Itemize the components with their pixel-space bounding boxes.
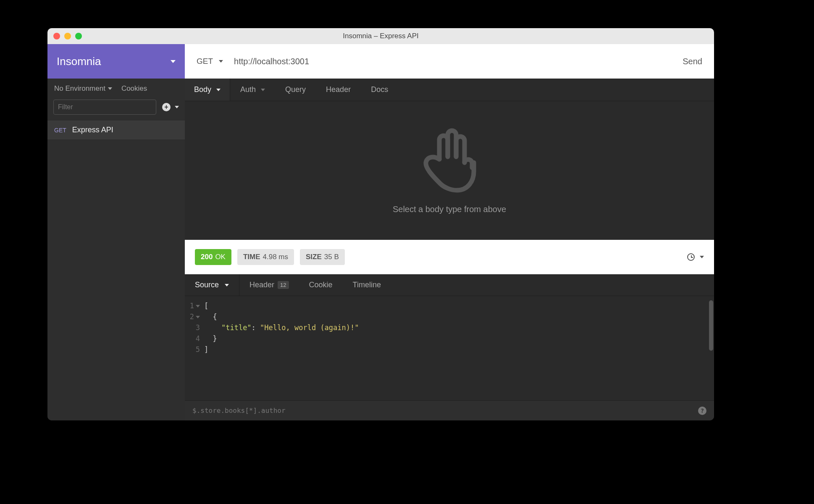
request-method-label: GET [54, 127, 66, 134]
header-count-badge: 12 [278, 281, 289, 289]
cookies-button[interactable]: Cookies [121, 84, 147, 93]
request-name-label: Express API [72, 126, 113, 134]
environment-label: No Environment [54, 84, 105, 93]
send-button[interactable]: Send [683, 57, 702, 66]
fold-icon[interactable] [196, 305, 200, 307]
window-maximize-button[interactable] [75, 33, 82, 39]
request-item[interactable]: GET Express API [47, 121, 185, 139]
status-code: 200 [201, 253, 213, 261]
tab-label: Cookie [309, 281, 333, 289]
app-window: Insomnia – Express API Insomnia No Envir… [47, 28, 714, 420]
response-body-viewer[interactable]: 1 2 3 4 5 [ { "title": "Hello, world (ag… [185, 296, 714, 400]
tab-label: Docs [371, 85, 388, 94]
tab-label: Timeline [353, 281, 381, 289]
url-bar: GET Send [185, 44, 714, 79]
response-history-dropdown[interactable] [687, 253, 704, 261]
body-empty-text: Select a body type from above [393, 205, 506, 214]
tab-body[interactable]: Body [185, 79, 230, 101]
time-value: 4.98 ms [263, 253, 288, 261]
tab-timeline[interactable]: Timeline [343, 274, 391, 296]
scrollbar-thumb[interactable] [709, 300, 713, 351]
tab-label: Source [195, 281, 219, 289]
workspace-dropdown[interactable]: Insomnia [47, 44, 185, 79]
tab-label: Header [249, 281, 274, 289]
filter-input[interactable] [53, 100, 156, 115]
traffic-lights [53, 33, 82, 39]
hand-icon [420, 127, 479, 194]
fold-icon[interactable] [196, 316, 200, 318]
caret-down-icon [171, 60, 176, 63]
caret-down-icon [216, 89, 221, 91]
clock-icon [687, 253, 695, 261]
tab-auth[interactable]: Auth [230, 79, 275, 101]
titlebar: Insomnia – Express API [47, 28, 714, 44]
filter-row: + [47, 97, 185, 121]
status-badge: 200 OK [195, 249, 231, 265]
url-input[interactable] [234, 57, 672, 66]
tab-response-header[interactable]: Header 12 [239, 274, 299, 296]
caret-down-icon [261, 89, 265, 91]
code-lines: [ { "title": "Hello, world (again)!" } ] [204, 300, 714, 400]
body-empty-state: Select a body type from above [185, 101, 714, 240]
caret-down-icon [700, 256, 704, 258]
main-pane: GET Send Body Auth Query [185, 44, 714, 420]
caret-down-icon [108, 87, 112, 90]
sidebar: Insomnia No Environment Cookies + GET [47, 44, 185, 420]
content-area: Insomnia No Environment Cookies + GET [47, 44, 714, 420]
add-request-button[interactable]: + [162, 103, 179, 111]
caret-down-icon [219, 60, 223, 63]
time-badge: TIME 4.98 ms [237, 249, 294, 265]
window-title: Insomnia – Express API [47, 32, 714, 40]
workspace-name: Insomnia [57, 55, 101, 68]
request-tabs: Body Auth Query Header Docs [185, 79, 714, 101]
jsonpath-placeholder: $.store.books[*].author [192, 407, 286, 415]
environment-row: No Environment Cookies [47, 79, 185, 97]
tab-query[interactable]: Query [275, 79, 316, 101]
size-label: SIZE [306, 253, 322, 261]
tab-docs[interactable]: Docs [361, 79, 398, 101]
jsonpath-filter-bar[interactable]: $.store.books[*].author ? [185, 400, 714, 420]
time-label: TIME [243, 253, 260, 261]
plus-icon: + [162, 103, 171, 111]
size-badge: SIZE 35 B [300, 249, 345, 265]
method-label: GET [197, 57, 213, 66]
tab-label: Auth [240, 85, 256, 94]
tab-source[interactable]: Source [185, 274, 239, 296]
window-close-button[interactable] [53, 33, 60, 39]
window-minimize-button[interactable] [64, 33, 71, 39]
tab-label: Body [194, 85, 211, 94]
help-icon[interactable]: ? [698, 407, 706, 415]
status-text: OK [215, 253, 226, 261]
environment-dropdown[interactable]: No Environment [54, 84, 112, 93]
tab-label: Query [285, 85, 306, 94]
response-tabs: Source Header 12 Cookie Timeline [185, 274, 714, 296]
tab-label: Header [326, 85, 351, 94]
tab-cookie[interactable]: Cookie [299, 274, 343, 296]
method-dropdown[interactable]: GET [197, 57, 223, 66]
response-status-bar: 200 OK TIME 4.98 ms SIZE 35 B [185, 240, 714, 274]
line-gutter: 1 2 3 4 5 [185, 300, 204, 400]
caret-down-icon [225, 284, 229, 286]
tab-header[interactable]: Header [316, 79, 361, 101]
caret-down-icon [175, 106, 179, 108]
size-value: 35 B [324, 253, 339, 261]
